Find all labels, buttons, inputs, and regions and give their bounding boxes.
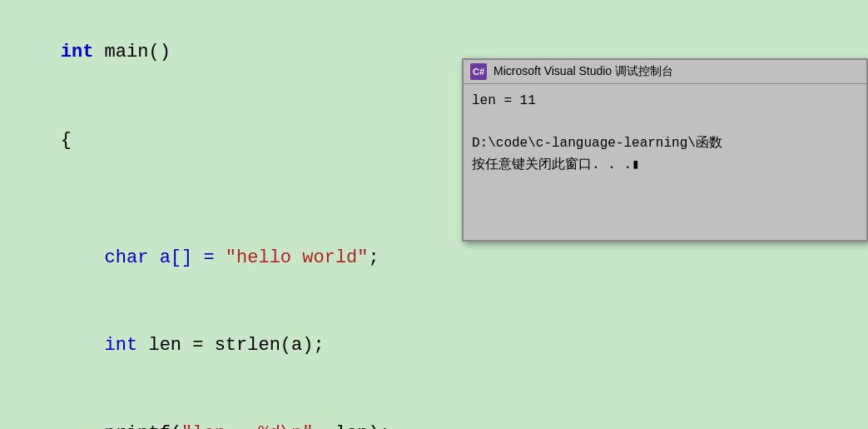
semicolon-1: ; xyxy=(369,247,379,268)
type-int: int xyxy=(61,335,137,356)
type-char: char a[] = xyxy=(61,247,226,268)
console-title: Microsoft Visual Studio 调试控制台 xyxy=(494,64,673,79)
keyword-int: int xyxy=(61,42,94,62)
console-output-line1: len = 11 xyxy=(472,91,858,112)
open-brace: { xyxy=(61,130,72,151)
console-output-line3: D:\code\c-language-learning\函数 xyxy=(472,133,858,155)
console-titlebar: C# Microsoft Visual Studio 调试控制台 xyxy=(464,60,866,84)
code-line-5: int len = strlen(a); xyxy=(17,302,868,390)
vs-icon: C# xyxy=(470,63,487,80)
console-window: C# Microsoft Visual Studio 调试控制台 len = 1… xyxy=(462,58,868,242)
console-output-line4: 按任意键关闭此窗口. . .▮ xyxy=(472,155,858,177)
printf-args: , len); xyxy=(313,423,389,429)
len-assign: len = strlen(a); xyxy=(137,335,324,356)
string-hello: "hello world" xyxy=(226,247,369,268)
code-line-6: printf("len = %d\n", len); xyxy=(17,389,868,429)
printf-call: printf( xyxy=(61,423,181,429)
main-signature: main() xyxy=(93,42,170,62)
console-body: len = 11 D:\code\c-language-learning\函数 … xyxy=(464,84,866,182)
console-output-line2 xyxy=(472,112,858,134)
printf-format: "len = %d\n" xyxy=(181,423,313,429)
